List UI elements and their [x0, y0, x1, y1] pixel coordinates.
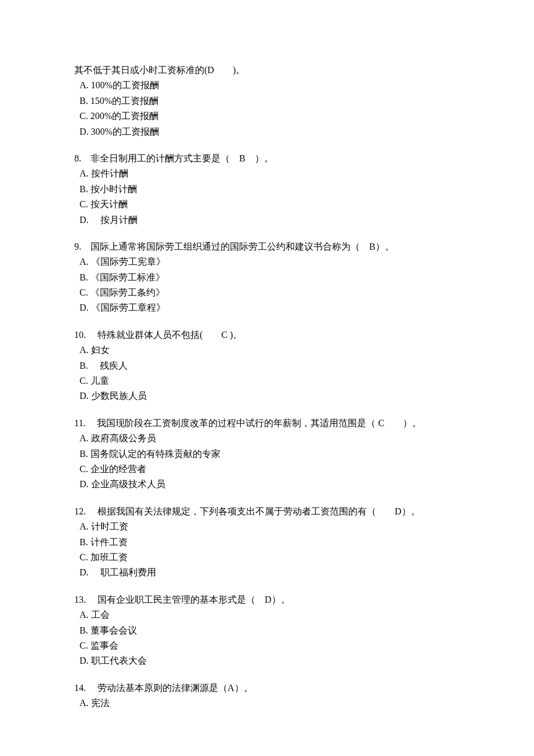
question-stem: 8. 非全日制用工的计酬方式主要是（ B ）。 — [74, 151, 460, 166]
question-stem: 其不低于其日或小时工资标准的(D )。 — [74, 63, 460, 78]
option-c: C. 监事会 — [74, 638, 460, 653]
question-stem: 14. 劳动法基本原则的法律渊源是（A）。 — [74, 681, 460, 696]
option-d: D. 职工福利费用 — [74, 565, 460, 580]
option-c: C. 企业的经营者 — [74, 462, 460, 477]
option-d: D. 《国际劳工章程》 — [74, 300, 460, 315]
option-a: A. 政府高级公务员 — [74, 431, 460, 446]
question-stem: 12. 根据我国有关法律规定，下列各项支出不属于劳动者工资范围的有（ D）。 — [74, 504, 460, 519]
option-d: D. 按月计酬 — [74, 213, 460, 228]
option-a: A. 计时工资 — [74, 519, 460, 534]
option-d: D. 职工代表大会 — [74, 653, 460, 668]
document-page: 其不低于其日或小时工资标准的(D )。 A. 100%的工资报酬 B. 150%… — [0, 0, 534, 756]
option-c: C. 200%的工资报酬 — [74, 109, 460, 124]
option-c: C. 加班工资 — [74, 550, 460, 565]
option-b: B. 150%的工资报酬 — [74, 93, 460, 109]
option-c: C. 《国际劳工条约》 — [74, 285, 460, 300]
option-b: B. 计件工资 — [74, 535, 460, 550]
question-stem: 9. 国际上通常将国际劳工组织通过的国际劳工公约和建议书合称为（ B）。 — [74, 239, 460, 254]
option-b: B. 董事会会议 — [74, 623, 460, 638]
option-a: A. 按件计酬 — [74, 166, 460, 181]
option-a: A. 工会 — [74, 607, 460, 622]
option-d: D. 少数民族人员 — [74, 388, 460, 404]
option-b: B. 国务院认定的有特殊贡献的专家 — [74, 447, 460, 462]
option-c: C. 儿童 — [74, 373, 460, 388]
option-c: C. 按天计酬 — [74, 197, 460, 212]
question-14: 14. 劳动法基本原则的法律渊源是（A）。 A. 宪法 — [74, 681, 460, 711]
option-b: B. 《国际劳工标准》 — [74, 270, 460, 285]
option-a: A. 妇女 — [74, 343, 460, 358]
option-d: D. 企业高级技术人员 — [74, 477, 460, 492]
question-stem: 13. 国有企业职工民主管理的基本形式是（ D）。 — [74, 592, 460, 607]
option-d: D. 300%的工资报酬 — [74, 124, 460, 139]
option-b: B. 残疾人 — [74, 358, 460, 373]
question-7-tail: 其不低于其日或小时工资标准的(D )。 A. 100%的工资报酬 B. 150%… — [74, 63, 460, 139]
question-10: 10. 特殊就业群体人员不包括( C )。 A. 妇女 B. 残疾人 C. 儿童… — [74, 327, 460, 404]
option-b: B. 按小时计酬 — [74, 182, 460, 197]
question-stem: 11. 我国现阶段在工资制度改革的过程中试行的年薪制，其适用范围是（ C ）。 — [74, 416, 460, 431]
option-a: A. 《国际劳工宪章》 — [74, 254, 460, 269]
question-9: 9. 国际上通常将国际劳工组织通过的国际劳工公约和建议书合称为（ B）。 A. … — [74, 239, 460, 316]
question-12: 12. 根据我国有关法律规定，下列各项支出不属于劳动者工资范围的有（ D）。 A… — [74, 504, 460, 581]
question-stem: 10. 特殊就业群体人员不包括( C )。 — [74, 327, 460, 343]
question-13: 13. 国有企业职工民主管理的基本形式是（ D）。 A. 工会 B. 董事会会议… — [74, 592, 460, 669]
question-8: 8. 非全日制用工的计酬方式主要是（ B ）。 A. 按件计酬 B. 按小时计酬… — [74, 151, 460, 228]
question-11: 11. 我国现阶段在工资制度改革的过程中试行的年薪制，其适用范围是（ C ）。 … — [74, 416, 460, 492]
option-a: A. 100%的工资报酬 — [74, 78, 460, 93]
option-a: A. 宪法 — [74, 696, 460, 711]
